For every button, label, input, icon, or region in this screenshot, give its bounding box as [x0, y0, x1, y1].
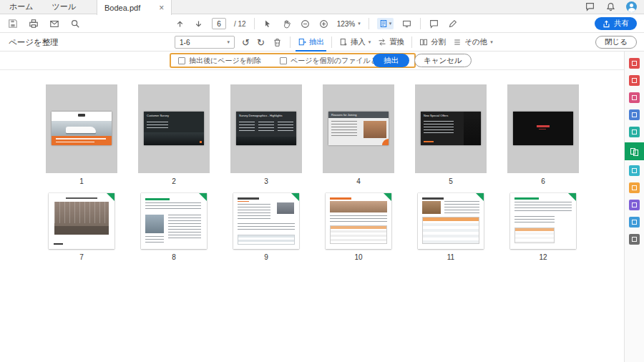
- cancel-button[interactable]: キャンセル: [414, 54, 472, 67]
- comment-bubble-icon[interactable]: [429, 19, 439, 29]
- protect-tool-icon[interactable]: [629, 200, 640, 210]
- zoom-in-icon[interactable]: [318, 19, 329, 29]
- select-tool-icon[interactable]: [263, 19, 273, 29]
- share-icon: [602, 20, 610, 28]
- more-tools-label: その他: [464, 37, 487, 47]
- extract-tool-tab[interactable]: 抽出: [298, 33, 324, 52]
- display-settings-icon[interactable]: [401, 19, 412, 29]
- notifications-comment-icon[interactable]: [585, 2, 595, 12]
- next-page-icon[interactable]: [193, 19, 204, 29]
- replace-tool[interactable]: 置換: [378, 33, 404, 52]
- print-icon[interactable]: [28, 19, 39, 29]
- page-number: 12: [507, 253, 579, 261]
- slide-2-preview: Customer Survey: [144, 112, 204, 145]
- tool-title: ページを整理: [9, 33, 59, 52]
- more-tools-icon[interactable]: [629, 234, 640, 245]
- decor-heading: [330, 197, 351, 200]
- file-actions-group: [7, 14, 80, 33]
- page-7-preview: [49, 193, 114, 249]
- divider: [254, 18, 255, 29]
- share-button[interactable]: 共有: [595, 17, 637, 30]
- separate-files-checkbox[interactable]: [280, 57, 287, 64]
- mini-table: [330, 225, 387, 244]
- inset-photo: [277, 202, 294, 214]
- delete-page-icon[interactable]: [272, 37, 283, 48]
- document-tab[interactable]: Bodea.pdf ×: [97, 0, 172, 15]
- zoom-level-select[interactable]: 123% ▾: [337, 20, 361, 28]
- decor-heading: [422, 197, 444, 200]
- split-tool[interactable]: 分割: [419, 33, 446, 52]
- page-thumbnail-8[interactable]: 8: [138, 193, 210, 261]
- glyph: [632, 95, 637, 100]
- decor-lines: [238, 204, 270, 220]
- export-pdf-tool-icon[interactable]: [629, 58, 640, 69]
- more-tools-menu[interactable]: その他 ▾: [453, 33, 493, 52]
- delete-after-option[interactable]: 抽出後にページを削除: [178, 56, 261, 66]
- page-range-select[interactable]: 1-6 ▾: [175, 36, 235, 49]
- comment-tool-icon[interactable]: [629, 109, 640, 120]
- chevron-down-icon: ▾: [389, 21, 392, 26]
- create-pdf-tool-icon[interactable]: [629, 75, 640, 86]
- user-avatar[interactable]: [626, 1, 637, 12]
- rotate-right-icon[interactable]: ↻: [257, 37, 265, 48]
- mini-table: [238, 235, 295, 245]
- compress-pdf-tool-icon[interactable]: [629, 165, 640, 176]
- page-thumbnail-10[interactable]: 10: [323, 193, 394, 261]
- email-icon[interactable]: [49, 19, 59, 29]
- page-thumbnail-1[interactable]: 1: [46, 84, 117, 185]
- page-thumbnail-11[interactable]: 11: [415, 193, 487, 261]
- decor-title-line: [66, 197, 97, 199]
- split-tool-label: 分割: [431, 37, 446, 47]
- mini-table: [514, 228, 555, 243]
- page-9-preview: [233, 193, 299, 249]
- tab-home[interactable]: ホーム: [0, 0, 43, 14]
- extract-confirm-button[interactable]: 抽出: [373, 54, 409, 67]
- page-thumbnail-5[interactable]: New Special Offers 5: [415, 84, 487, 185]
- banner-photo: [330, 201, 387, 212]
- selection-highlight: Reasons for Joining: [323, 84, 394, 173]
- page-number: 6: [507, 177, 579, 185]
- close-tab-icon[interactable]: ×: [159, 4, 164, 12]
- glyph: [632, 129, 637, 134]
- zoom-out-icon[interactable]: [300, 19, 311, 29]
- rotate-left-icon[interactable]: ↺: [242, 37, 250, 48]
- chevron-down-icon: ▾: [227, 39, 230, 45]
- close-tool-button[interactable]: 閉じる: [595, 36, 637, 49]
- page-thumbnail-6[interactable]: 6: [507, 84, 579, 185]
- replace-icon: [378, 38, 386, 47]
- insert-tool[interactable]: 挿入 ▾: [339, 33, 371, 52]
- page-thumbnail-3[interactable]: Survey Demographics - Highlights 3: [230, 84, 302, 185]
- bell-icon[interactable]: [605, 2, 615, 12]
- previous-page-icon[interactable]: [175, 19, 185, 29]
- hand-tool-icon[interactable]: [281, 19, 292, 29]
- prepare-form-tool-icon[interactable]: [629, 217, 640, 228]
- delete-after-checkbox[interactable]: [178, 57, 185, 64]
- page-view-mode-icon[interactable]: ▾: [377, 18, 394, 29]
- page-thumbnail-9[interactable]: 9: [230, 193, 302, 261]
- page-thumbnail-12[interactable]: 12: [507, 193, 579, 261]
- fill-and-sign-tool-icon[interactable]: [629, 182, 640, 193]
- slide-6-preview: [513, 112, 573, 145]
- tab-tools[interactable]: ツール: [43, 0, 86, 14]
- page-grid: 1 Customer Survey 2 Survey Demographics …: [0, 70, 624, 362]
- divider: [420, 18, 421, 29]
- car-shape: [66, 127, 96, 133]
- pencil-icon[interactable]: [447, 19, 458, 29]
- inset-photo: [422, 201, 441, 214]
- page-thumbnail-2[interactable]: Customer Survey 2: [138, 84, 210, 185]
- slide-title: Reasons for Joining: [328, 112, 389, 117]
- combine-files-tool-icon[interactable]: [629, 127, 640, 137]
- edit-pdf-tool-icon[interactable]: [629, 92, 640, 103]
- page-number: 11: [415, 253, 487, 261]
- slide-photo: [464, 112, 481, 145]
- search-icon[interactable]: [69, 19, 80, 29]
- current-page-input[interactable]: 6: [212, 18, 226, 29]
- slide-title: Customer Survey: [144, 112, 204, 117]
- page-thumbnail-7[interactable]: 7: [46, 193, 117, 261]
- slide-photo: [236, 137, 296, 145]
- page-number: 7: [46, 253, 117, 261]
- page-thumbnail-4[interactable]: Reasons for Joining 4: [323, 84, 394, 185]
- page-11-preview: [418, 193, 484, 249]
- save-icon[interactable]: [7, 19, 18, 29]
- organize-pages-tool-icon-active[interactable]: [625, 142, 644, 160]
